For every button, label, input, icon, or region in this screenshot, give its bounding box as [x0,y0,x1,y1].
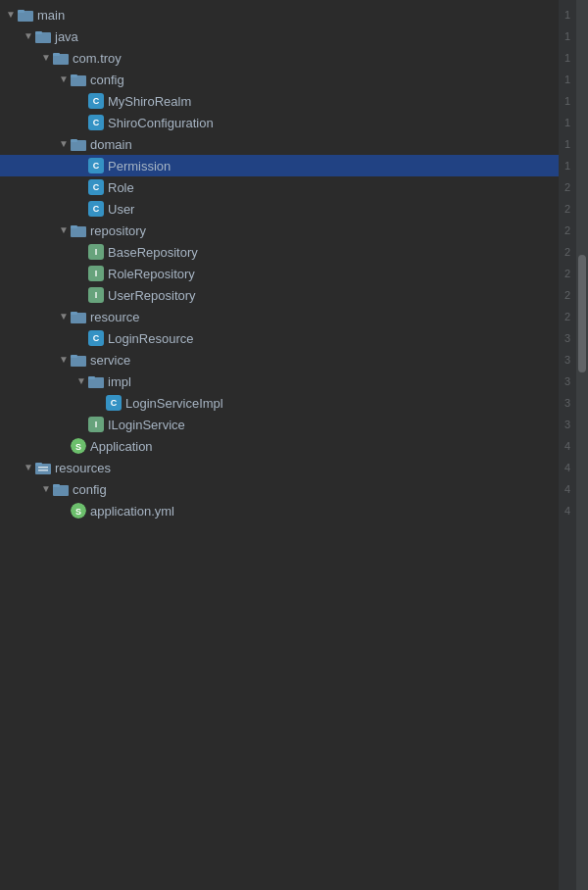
icon-User: C [88,201,104,217]
arrow-com-troy[interactable] [39,51,53,65]
line-number: 3 [564,392,570,414]
icon-repository [71,222,86,238]
arrow-config[interactable] [57,73,71,86]
svg-rect-13 [71,312,77,315]
arrow-impl[interactable] [74,374,88,388]
line-number: 4 [564,478,570,500]
svg-rect-25 [53,484,60,487]
line-number: 3 [564,414,570,435]
label-Permission: Permission [108,159,171,173]
label-repository: repository [90,223,146,238]
icon-impl [88,373,104,389]
tree-item-LoginResource[interactable]: CLoginResource [0,327,559,349]
svg-rect-17 [88,376,95,379]
line-number: 1 [564,25,570,47]
svg-rect-5 [53,53,60,56]
file-tree: main java com.troy configCMyShiroRealmCS… [0,0,559,890]
icon-ShiroConfiguration: C [88,115,104,130]
icon-UserRepository: I [88,287,104,303]
icon-java [35,28,51,44]
label-resources: resources [55,461,111,475]
label-domain: domain [90,137,132,152]
line-number: 2 [564,176,570,198]
line-number: 3 [564,349,570,371]
arrow-config2[interactable] [39,482,53,496]
svg-rect-21 [35,463,42,466]
label-UserRepository: UserRepository [108,288,196,303]
line-number: 1 [564,47,570,69]
label-application-yml: application.yml [90,504,174,519]
line-number: 2 [564,220,570,241]
tree-item-ILoginService[interactable]: IILoginService [0,414,559,435]
line-number: 4 [564,435,570,457]
svg-rect-7 [71,74,77,77]
svg-text:S: S [75,442,81,452]
icon-LoginServiceImpl: C [106,395,122,411]
icon-Role: C [88,179,104,195]
label-com-troy: com.troy [73,51,122,66]
label-main: main [37,8,65,23]
icon-application-yml: S [71,503,86,519]
line-number: 2 [564,263,570,284]
label-ShiroConfiguration: ShiroConfiguration [108,116,214,130]
arrow-repository[interactable] [57,223,71,237]
arrow-main[interactable] [4,8,18,22]
tree-item-java[interactable]: java [0,25,559,47]
label-config2: config [73,482,107,497]
line-numbers-panel: 111111112222222333334444 [559,0,576,890]
tree-item-config2[interactable]: config [0,478,559,500]
tree-item-ShiroConfiguration[interactable]: CShiroConfiguration [0,112,559,133]
label-LoginResource: LoginResource [108,331,193,346]
svg-text:S: S [75,507,81,517]
line-number: 3 [564,371,570,392]
svg-rect-9 [71,139,77,142]
tree-item-impl[interactable]: impl [0,371,559,392]
label-BaseRepository: BaseRepository [108,245,198,260]
label-impl: impl [108,374,131,389]
line-number: 1 [564,69,570,90]
tree-item-Permission[interactable]: CPermission [0,155,559,176]
tree-item-UserRepository[interactable]: IUserRepository [0,284,559,306]
tree-item-LoginServiceImpl[interactable]: CLoginServiceImpl [0,392,559,414]
tree-item-BaseRepository[interactable]: IBaseRepository [0,241,559,263]
icon-BaseRepository: I [88,244,104,260]
icon-MyShiroRealm: C [88,93,104,109]
label-java: java [55,29,78,44]
label-resource: resource [90,310,140,324]
svg-rect-22 [38,467,48,469]
tree-item-resource[interactable]: resource [0,306,559,327]
tree-item-com-troy[interactable]: com.troy [0,47,559,69]
icon-LoginResource: C [88,330,104,346]
label-ILoginService: ILoginService [108,418,185,432]
icon-RoleRepository: I [88,266,104,281]
tree-item-main[interactable]: main [0,4,559,25]
tree-item-Role[interactable]: CRole [0,176,559,198]
tree-item-service[interactable]: service [0,349,559,371]
tree-item-User[interactable]: CUser [0,198,559,220]
arrow-resources[interactable] [22,461,35,474]
line-number: 1 [564,155,570,176]
arrow-service[interactable] [57,353,71,367]
tree-item-Application[interactable]: S Application [0,435,559,457]
tree-item-domain[interactable]: domain [0,133,559,155]
scrollbar-thumb[interactable] [578,255,586,372]
tree-item-MyShiroRealm[interactable]: CMyShiroRealm [0,90,559,112]
svg-rect-3 [35,31,42,34]
arrow-resource[interactable] [57,310,71,323]
tree-item-resources[interactable]: resources [0,457,559,478]
arrow-domain[interactable] [57,137,71,151]
line-number: 2 [564,241,570,263]
label-User: User [108,202,134,217]
label-RoleRepository: RoleRepository [108,267,195,281]
tree-item-application-yml[interactable]: S application.yml [0,500,559,521]
line-number: 2 [564,198,570,220]
tree-item-repository[interactable]: repository [0,220,559,241]
label-LoginServiceImpl: LoginServiceImpl [125,396,223,411]
icon-config [71,72,86,87]
scrollbar[interactable] [576,0,588,890]
label-Application: Application [90,439,153,454]
arrow-java[interactable] [22,29,35,43]
icon-config2 [53,481,69,497]
tree-item-config[interactable]: config [0,69,559,90]
tree-item-RoleRepository[interactable]: IRoleRepository [0,263,559,284]
